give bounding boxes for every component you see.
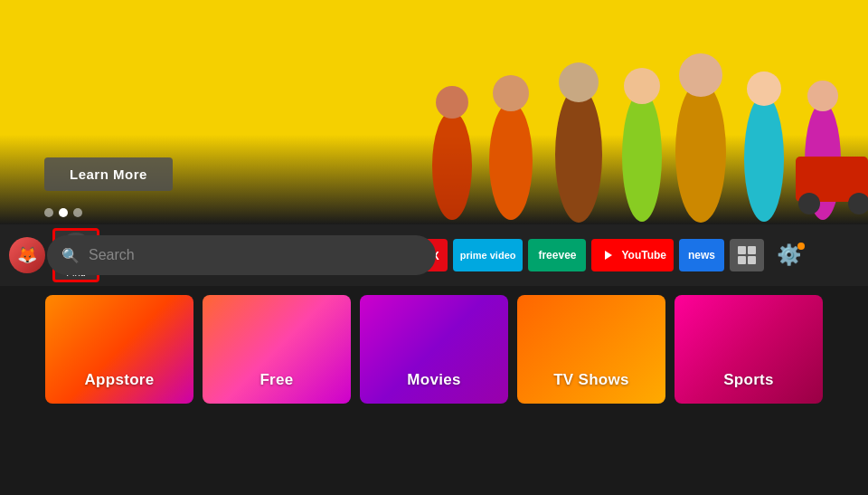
primevideo-channel[interactable]: prime video xyxy=(453,239,524,271)
tvshows-label: TV Shows xyxy=(553,371,629,389)
learn-more-button[interactable]: Learn More xyxy=(44,157,173,191)
search-bar[interactable]: 🔍 Search xyxy=(47,235,436,275)
hero-dots xyxy=(44,208,82,217)
appstore-label: Appstore xyxy=(84,371,154,389)
sports-tile[interactable]: Sports xyxy=(675,295,823,404)
sports-label: Sports xyxy=(723,371,774,389)
svg-point-8 xyxy=(675,81,726,223)
svg-point-3 xyxy=(493,75,529,111)
search-overlay: 🔍 Search xyxy=(47,224,436,275)
svg-point-1 xyxy=(436,86,468,119)
free-label: Free xyxy=(259,371,293,389)
svg-point-2 xyxy=(489,102,533,220)
appstore-tile[interactable]: Appstore xyxy=(45,295,193,404)
news-channel[interactable]: news xyxy=(679,239,724,271)
settings-button[interactable]: ⚙️ xyxy=(769,239,808,271)
svg-point-11 xyxy=(747,71,781,106)
svg-point-9 xyxy=(679,53,722,97)
category-tiles: Appstore Free Movies TV Shows Sports xyxy=(0,295,868,413)
primevideo-label: prime video xyxy=(460,250,516,261)
dot-2[interactable] xyxy=(59,208,68,217)
freevee-channel[interactable]: freevee xyxy=(528,239,586,271)
settings-notification-dot xyxy=(797,243,805,250)
dot-3[interactable] xyxy=(73,208,82,217)
movies-label: Movies xyxy=(407,371,460,389)
youtube-channel[interactable]: YouTube xyxy=(591,239,674,271)
apps-button[interactable] xyxy=(730,239,764,271)
hero-characters xyxy=(380,3,868,224)
svg-point-7 xyxy=(624,68,660,104)
search-icon-small: 🔍 xyxy=(61,247,80,264)
dot-1[interactable] xyxy=(44,208,53,217)
svg-point-13 xyxy=(807,81,838,111)
svg-point-4 xyxy=(555,87,602,223)
tvshows-tile[interactable]: TV Shows xyxy=(517,295,665,404)
youtube-icon: YouTube xyxy=(599,248,666,262)
movies-tile[interactable]: Movies xyxy=(360,295,508,404)
search-placeholder: Search xyxy=(89,247,135,263)
svg-point-15 xyxy=(798,193,820,214)
freevee-label: freevee xyxy=(538,249,576,262)
avatar[interactable]: 🦊 xyxy=(9,237,45,273)
apps-grid-icon xyxy=(738,246,756,264)
svg-point-0 xyxy=(432,111,472,220)
svg-point-5 xyxy=(559,62,599,102)
news-label: news xyxy=(688,249,715,262)
free-tile[interactable]: Free xyxy=(203,295,351,404)
svg-point-6 xyxy=(622,91,662,222)
svg-point-10 xyxy=(744,95,784,222)
hero-banner: Learn More xyxy=(0,0,868,224)
